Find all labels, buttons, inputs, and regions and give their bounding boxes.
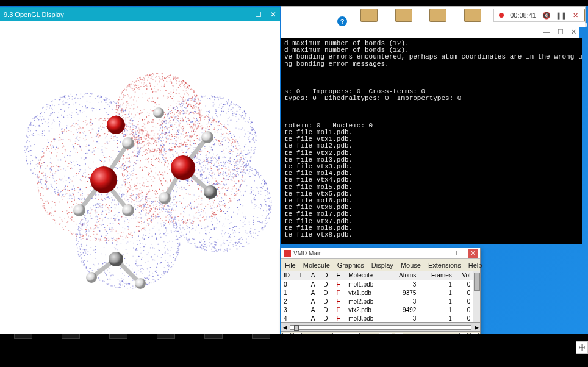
window-controls: — ☐ ✕: [239, 10, 276, 19]
svg-point-3555: [177, 129, 179, 130]
svg-point-3760: [151, 110, 152, 111]
col-t[interactable]: T: [296, 271, 309, 280]
svg-point-916: [65, 102, 66, 104]
svg-point-2679: [249, 152, 251, 154]
svg-point-1187: [60, 109, 62, 110]
col-d[interactable]: D: [321, 271, 334, 280]
menu-mouse[interactable]: Mouse: [401, 262, 421, 269]
svg-point-1069: [49, 130, 50, 132]
svg-point-4293: [182, 222, 184, 223]
svg-point-2038: [215, 215, 216, 216]
svg-point-2676: [208, 123, 209, 124]
table-row[interactable]: 2ADFmol2.pdb310: [281, 297, 473, 305]
taskbar-item[interactable]: [151, 330, 181, 346]
svg-point-4874: [212, 224, 213, 226]
desktop-icon[interactable]: packmol: [392, 9, 416, 28]
col-f[interactable]: F: [334, 271, 346, 280]
desktop-icon[interactable]: ORCA: [461, 9, 485, 28]
table-row[interactable]: 0ADFmol1.pdb310: [281, 280, 473, 288]
ime-indicator[interactable]: 中: [576, 341, 588, 354]
menu-molecule[interactable]: Molecule: [303, 262, 330, 269]
table-row[interactable]: 3ADFvtx2.pdb949210: [281, 305, 473, 314]
help-icon[interactable]: ?: [337, 16, 347, 26]
taskbar-item[interactable]: [104, 330, 133, 346]
svg-point-4517: [194, 218, 195, 219]
desktop-icon[interactable]: thermo: [426, 9, 450, 28]
col-atoms[interactable]: Atoms: [388, 271, 419, 280]
svg-point-2818: [158, 249, 159, 251]
svg-point-4694: [245, 173, 246, 174]
svg-point-4582: [268, 197, 269, 198]
opengl-titlebar[interactable]: 9.3 OpenGL Display — ☐ ✕: [0, 8, 280, 21]
menu-help[interactable]: Help: [468, 262, 482, 269]
vmd-titlebar[interactable]: VMD Main — ☐ ✕: [281, 248, 480, 259]
svg-point-4596: [195, 245, 196, 246]
trajectory-slider[interactable]: [290, 325, 471, 330]
traj-step-back-icon[interactable]: ◀: [281, 324, 289, 330]
svg-point-2185: [209, 112, 210, 113]
menu-display[interactable]: Display: [371, 262, 393, 269]
taskbar-item[interactable]: [56, 330, 85, 346]
svg-point-4884: [233, 161, 234, 162]
svg-point-4717: [229, 237, 231, 238]
svg-point-3901: [176, 140, 177, 141]
vmd-maximize-button[interactable]: ☐: [456, 249, 462, 258]
opengl-viewport[interactable]: [0, 21, 280, 334]
svg-point-803: [106, 112, 107, 113]
vmd-close-button[interactable]: ✕: [468, 249, 478, 258]
menu-graphics[interactable]: Graphics: [337, 262, 364, 269]
svg-point-3074: [135, 260, 137, 262]
taskbar-item[interactable]: [246, 330, 276, 346]
table-row[interactable]: 1ADFvtx1.pdb937510: [281, 288, 473, 297]
svg-point-3387: [137, 266, 138, 267]
col-id[interactable]: ID: [281, 271, 296, 280]
svg-point-3205: [159, 216, 160, 217]
menu-file[interactable]: File: [285, 262, 296, 269]
svg-point-987: [115, 167, 117, 168]
svg-point-2174: [161, 148, 162, 149]
molecule-table[interactable]: IDTADFMoleculeAtomsFramesVol 0ADFmol1.pd…: [281, 271, 473, 322]
svg-point-487: [148, 218, 149, 219]
traj-step-fwd-icon[interactable]: ▶: [473, 324, 480, 330]
svg-point-2308: [248, 131, 249, 132]
svg-point-1871: [167, 173, 168, 174]
svg-point-2651: [253, 140, 254, 141]
svg-point-3256: [111, 202, 112, 204]
svg-point-593: [120, 191, 121, 192]
stop-button[interactable]: ✕: [572, 12, 579, 19]
taskbar-item[interactable]: [9, 330, 38, 346]
col-a[interactable]: A: [309, 271, 321, 280]
ogl-maximize-button[interactable]: ☐: [255, 10, 262, 19]
cell: 1: [418, 280, 454, 288]
table-scrollbar[interactable]: [473, 271, 480, 322]
col-vol[interactable]: Vol: [454, 271, 473, 280]
table-row[interactable]: 4ADFmol3.pdb310: [281, 314, 473, 322]
taskbar-item[interactable]: [199, 330, 228, 346]
pause-button[interactable]: ❚❚: [557, 11, 565, 20]
svg-point-635: [149, 189, 150, 190]
svg-point-2594: [221, 103, 222, 104]
svg-point-3374: [95, 246, 96, 247]
svg-point-2201: [251, 121, 252, 122]
svg-point-4883: [271, 205, 272, 207]
ogl-close-button[interactable]: ✕: [270, 10, 276, 19]
desktop-icon[interactable]: Multiw...: [357, 9, 381, 28]
menu-extensions[interactable]: Extensions: [428, 262, 461, 269]
vmd-minimize-button[interactable]: —: [443, 249, 450, 258]
svg-point-236: [141, 229, 142, 230]
vmd-console-terminal[interactable]: d maximum number of bonds (12). d maximu…: [281, 38, 582, 244]
ogl-minimize-button[interactable]: —: [239, 10, 246, 19]
svg-point-200: [79, 128, 80, 129]
svg-point-820: [54, 139, 56, 140]
svg-point-1267: [77, 139, 78, 140]
mute-icon[interactable]: 🔇: [542, 11, 551, 20]
svg-point-4476: [260, 175, 262, 176]
svg-point-4598: [240, 238, 241, 240]
svg-point-150: [98, 137, 99, 138]
svg-point-2256: [219, 105, 220, 106]
svg-point-3398: [176, 239, 177, 240]
svg-point-2920: [151, 216, 152, 218]
col-frames[interactable]: Frames: [418, 271, 454, 280]
col-molecule[interactable]: Molecule: [346, 271, 388, 280]
svg-point-2874: [137, 194, 138, 195]
